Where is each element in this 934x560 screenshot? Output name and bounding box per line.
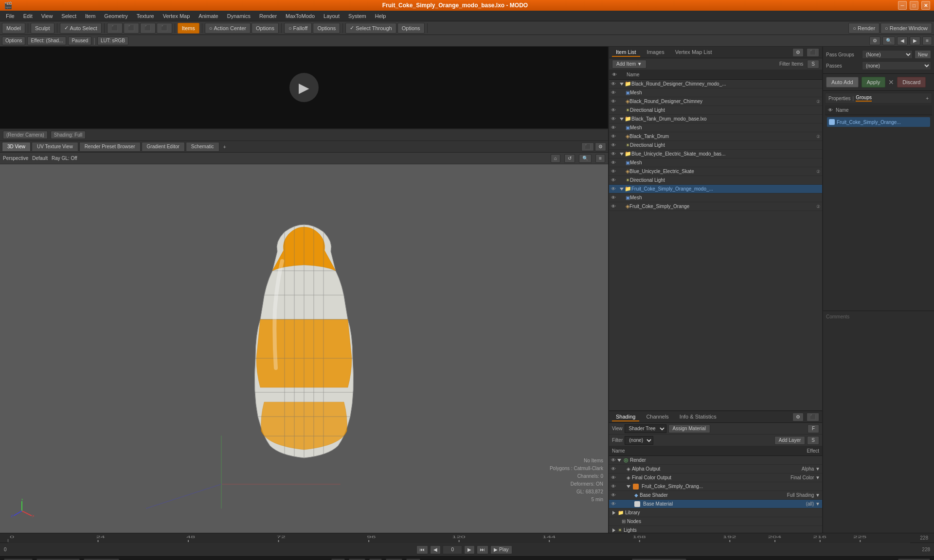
model-button[interactable]: Model [2, 23, 25, 34]
add-item-button[interactable]: Add Item ▼ [612, 60, 647, 69]
tab-schematic[interactable]: Schematic [186, 142, 219, 152]
expand-icon[interactable] [620, 188, 624, 191]
menu-select[interactable]: Select [57, 12, 80, 20]
menu-animate[interactable]: Animate [195, 12, 222, 20]
shader-row[interactable]: 👁 ◆ Base Shader Full Shading ▼ [609, 491, 822, 500]
frame-input[interactable] [443, 545, 462, 554]
icon-btn-1[interactable]: ⬛ [107, 23, 123, 34]
shading-content[interactable]: 👁 ◎ Render 👁 ◈ Alpha Output Alpha ▼ 👁 [609, 456, 822, 533]
properties-tab[interactable]: Properties [828, 96, 851, 101]
tab-add-button[interactable]: + [220, 144, 229, 150]
tab-3d-view[interactable]: 3D View [2, 142, 31, 152]
tb2-icon-5[interactable]: ≡ [922, 36, 932, 45]
sculpt-button[interactable]: Sculpt [31, 23, 54, 34]
transport-prev[interactable]: ◀◀ [349, 559, 365, 560]
shading-expand-btn[interactable]: ⬛ [807, 413, 819, 421]
list-item[interactable]: 👁 ▣ Mesh [609, 123, 822, 132]
viewport-zoom-btn[interactable]: 🔍 [579, 154, 592, 163]
transport-next[interactable]: ▶▶ [386, 559, 402, 560]
pass-groups-select[interactable]: (None) [862, 50, 913, 59]
shader-row[interactable]: 👁 ◈ Alpha Output Alpha ▼ [609, 465, 822, 473]
falloff-button[interactable]: ○ Falloff [284, 23, 312, 34]
shader-expand-icon[interactable] [612, 511, 615, 515]
tab-images[interactable]: Images [643, 48, 668, 57]
expand-icon[interactable] [620, 83, 624, 86]
filter-select[interactable]: (none) [625, 436, 653, 445]
shader-row[interactable]: 👁 ◎ Render [609, 456, 822, 465]
tab-gradient[interactable]: Gradient Editor [142, 142, 185, 152]
viewport-settings-btn[interactable]: ⚙ [595, 142, 606, 151]
list-item[interactable]: 👁 ◈ Fruit_Coke_Simply_Orange ② [609, 202, 822, 211]
expand-icon[interactable] [620, 153, 624, 156]
tb2-icon-1[interactable]: ⚙ [869, 36, 880, 45]
list-item[interactable]: 👁 ◈ Black_Tank_Drum ② [609, 132, 822, 141]
list-item[interactable]: 👁 ▣ Mesh [609, 158, 822, 167]
select-through-button[interactable]: ✓ Select Through [345, 23, 396, 34]
paused-button[interactable]: Paused [68, 36, 91, 45]
list-item[interactable]: 👁 📁 Black_Tank_Drum_modo_base.lxo [609, 115, 822, 123]
minimize-button[interactable]: ─ [898, 1, 907, 10]
menu-dynamics[interactable]: Dynamics [223, 12, 254, 20]
close-button[interactable]: ✕ [921, 1, 930, 10]
options-toolbar2-button[interactable]: Options [2, 36, 25, 45]
assign-material-button[interactable]: Assign Material [668, 424, 710, 433]
menu-view[interactable]: View [37, 12, 57, 20]
animated-button[interactable]: Animated ▼ [84, 559, 119, 560]
render-button[interactable]: ○ Render [848, 23, 880, 34]
groups-tab[interactable]: Groups [856, 95, 872, 102]
transport-play[interactable]: ▶ [369, 559, 382, 560]
list-item[interactable]: 👁 ▣ Mesh [609, 88, 822, 97]
list-item[interactable]: 👁 ◈ Blue_Unicycle_Electric_Skate ② [609, 167, 822, 176]
menu-help[interactable]: Help [371, 12, 390, 20]
lut-button[interactable]: LUT: sRGB [97, 36, 128, 45]
menu-item[interactable]: Item [81, 12, 99, 20]
tab-info-stats[interactable]: Info & Statistics [676, 413, 720, 421]
menu-edit[interactable]: Edit [19, 12, 36, 20]
menu-vertex-map[interactable]: Vertex Map [159, 12, 194, 20]
shader-row[interactable]: 👁 Fruit_Coke_Simply_Orang... [609, 482, 822, 491]
shader-row[interactable]: 📁 Library [609, 508, 822, 517]
tab-item-list[interactable]: Item List [612, 48, 640, 57]
effect-button[interactable]: Effect: (Shad... [27, 36, 66, 45]
action-center-button[interactable]: ○ Action Center [205, 23, 251, 34]
menu-system[interactable]: System [344, 12, 370, 20]
list-item[interactable]: 👁 📁 Fruit_Coke_Simply_Orange_modo_... [609, 185, 822, 193]
plus-icon[interactable]: + [926, 96, 929, 101]
list-item[interactable]: 👁 ◈ Black_Round_Designer_Chimney ② [609, 97, 822, 106]
list-item[interactable]: 👁 📁 Blue_Unicycle_Electric_Skate_modo_ba… [609, 150, 822, 158]
shader-tree-select[interactable]: Shader Tree [625, 424, 666, 433]
maximize-button[interactable]: □ [910, 1, 918, 10]
shader-expand-icon[interactable] [617, 459, 621, 462]
list-item[interactable]: 👁 ☀ Directional Light [609, 141, 822, 150]
expand-icon[interactable] [620, 118, 624, 121]
icon-btn-4[interactable]: ⬛ [157, 23, 172, 34]
shader-row[interactable]: 👁 Base Material (all) ▼ [609, 500, 822, 508]
playback-skip-fwd-btn[interactable]: ⏭ [477, 545, 488, 554]
list-item[interactable]: 👁 ☀ Directional Light [609, 106, 822, 115]
auto-add-button[interactable]: Auto Add [826, 77, 859, 88]
graph-editor-button[interactable]: 📈 Graph Editor [36, 559, 80, 560]
viewport-fit-btn[interactable]: ↺ [564, 154, 575, 163]
pass-groups-new-btn[interactable]: New [915, 50, 931, 59]
viewport-content[interactable]: No Items Polygons : Catmull-Clark Channe… [0, 164, 608, 533]
list-item[interactable]: 👁 ▣ Mesh [609, 193, 822, 202]
auto-select-button[interactable]: ✓ Auto Select [60, 23, 102, 34]
item-list-expand-btn[interactable]: ⬛ [807, 48, 819, 57]
viewport-menu-btn[interactable]: ≡ [595, 154, 605, 163]
playback-skip-back-btn[interactable]: ⏮ [416, 545, 428, 554]
options-3-button[interactable]: Options [397, 23, 425, 34]
shader-expand-icon[interactable] [627, 485, 630, 488]
shader-expand-icon[interactable] [612, 528, 615, 532]
list-item[interactable]: 👁 📁 Black_Round_Designer_Chimney_modo_..… [609, 80, 822, 88]
options-1-button[interactable]: Options [251, 23, 279, 34]
shader-row[interactable]: ⊞ Nodes [609, 517, 822, 526]
item-list-settings-btn[interactable]: ⚙ [792, 48, 804, 57]
playback-next-btn[interactable]: ▶ [464, 545, 475, 554]
tb2-icon-2[interactable]: 🔍 [882, 36, 895, 45]
render-window-button[interactable]: ○ Render Window [880, 23, 932, 34]
tab-render-preset[interactable]: Render Preset Browser [79, 142, 141, 152]
tab-vertex-map[interactable]: Vertex Map List [671, 48, 716, 57]
menu-texture[interactable]: Texture [133, 12, 158, 20]
shading-settings-btn[interactable]: ⚙ [792, 413, 804, 421]
shader-row[interactable]: ☀ Lights [609, 526, 822, 533]
